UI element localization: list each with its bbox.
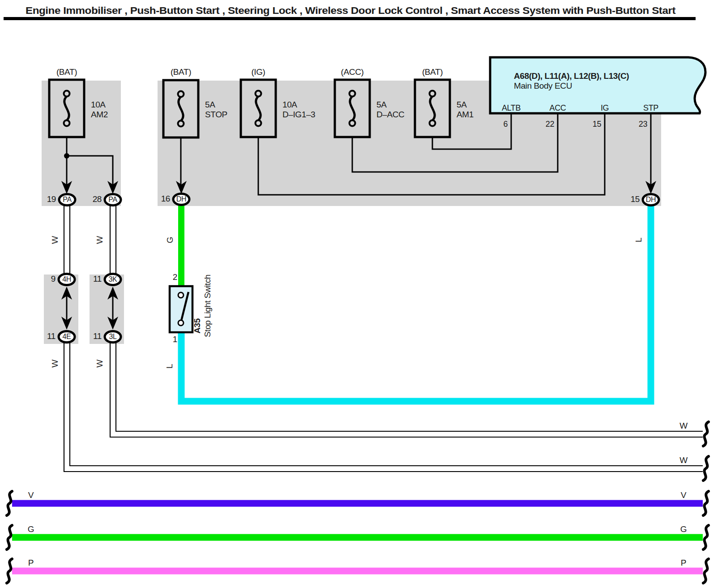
- connector-dh16-number: 16: [161, 194, 170, 203]
- connector-3l-code: 3L: [109, 333, 117, 340]
- fuse-dacc-source-label: (ACC): [341, 67, 364, 77]
- fuse-am1-source-label: (BAT): [422, 67, 443, 77]
- connector-dh15-number: 15: [631, 194, 640, 204]
- wire-label-w-upper-right: W: [679, 421, 688, 430]
- connector-ovals: [59, 194, 659, 343]
- break-symbol-g-left: [7, 525, 12, 549]
- connector-3k-number: 11: [93, 274, 102, 283]
- white-wire-pa28-3k: [110, 206, 116, 273]
- fuse-dacc-name: D–ACC: [376, 110, 404, 119]
- wire-label-w-4e: W: [50, 360, 60, 368]
- wire-label-w-pa28: W: [95, 236, 104, 244]
- connector-4h-number: 9: [51, 274, 56, 283]
- white-wire-4e-right: [64, 343, 703, 472]
- ecu-pin-altb-label: ALTB: [502, 103, 521, 112]
- page-title: Engine Immobiliser , Push-Button Start ,…: [26, 5, 676, 16]
- fuse-dig13-name: D–IG1–3: [282, 110, 315, 119]
- connector-pa19-number: 19: [47, 194, 56, 204]
- switch-pin-bottom-number: 1: [173, 335, 177, 344]
- bus-p-label-right: P: [681, 558, 686, 567]
- white-wire-3l-right: [110, 343, 703, 437]
- fuse-dig13-source-label: (IG): [251, 67, 265, 77]
- break-symbol-v-right: [703, 491, 709, 515]
- connector-pa19-code: PA: [63, 196, 72, 203]
- ecu-code-label: A68(D), L11(A), L12(B), L13(C): [514, 71, 629, 81]
- wire-label-w-3l: W: [95, 360, 104, 368]
- break-symbol-v-left: [7, 491, 12, 515]
- bus-g-label-left: G: [28, 524, 34, 534]
- bus-v-label-left: V: [28, 490, 34, 500]
- fuse-am1-name: AM1: [457, 110, 474, 119]
- wire-label-w-pa19: W: [50, 236, 60, 244]
- bus-p-label-left: P: [28, 558, 34, 567]
- wire-label-w-lower-right: W: [679, 455, 688, 465]
- ecu-pin-altb-number: 6: [503, 120, 508, 129]
- cyan-wire-switch-to-dh15: [181, 206, 651, 401]
- wiring-diagram-canvas: Engine Immobiliser , Push-Button Start ,…: [0, 0, 722, 588]
- white-wires: [64, 206, 703, 472]
- break-symbol-w-lower: [703, 456, 709, 481]
- ecu-pin-stp-label: STP: [643, 103, 658, 112]
- fuse-dig13-rating: 10A: [282, 100, 297, 109]
- switch-pin-top-number: 2: [173, 272, 177, 282]
- title-underline: [4, 17, 696, 20]
- ecu-pin-acc-number: 22: [546, 120, 555, 129]
- ecu-pin-ig-label: IG: [601, 103, 609, 112]
- wiring-diagram-page: Engine Immobiliser , Push-Button Start ,…: [0, 0, 722, 588]
- fuse-am1-rating: 5A: [457, 100, 467, 109]
- fuse-stop-name: STOP: [205, 110, 227, 119]
- switch-name-label: Stop Light Switch: [203, 275, 212, 337]
- connector-dh16-code: DH: [176, 195, 186, 203]
- connector-4e-number: 11: [47, 331, 56, 341]
- fuse-am2-source-label: (BAT): [56, 67, 77, 77]
- wire-label-g-switch: G: [165, 237, 175, 243]
- break-symbol-p-left: [7, 559, 12, 583]
- wire-label-l-dh15: L: [634, 238, 643, 242]
- switch-code-label: A35: [192, 318, 202, 333]
- fuse-am2-name: AM2: [91, 110, 108, 119]
- fuse-stop-source-label: (BAT): [171, 67, 191, 77]
- connector-4e-code: 4E: [63, 333, 71, 340]
- break-symbol-p-right: [703, 559, 709, 583]
- connector-pa28-code: PA: [108, 196, 117, 203]
- break-symbol-g-right: [703, 525, 709, 549]
- fuse-dacc-rating: 5A: [376, 100, 387, 109]
- wire-label-l-switch: L: [165, 364, 174, 369]
- fuse-stop-rating: 5A: [205, 100, 215, 109]
- connector-4h-code: 4H: [62, 275, 71, 283]
- switch-contact-bottom: [178, 320, 184, 326]
- break-symbol-w-upper: [703, 422, 709, 446]
- connector-pa28-number: 28: [93, 194, 102, 204]
- connector-3k-code: 3K: [109, 275, 117, 283]
- bus-g-label-right: G: [680, 524, 687, 534]
- junction-dot: [64, 153, 69, 159]
- ecu-name-label: Main Body ECU: [514, 81, 572, 90]
- connector-3l-number: 11: [93, 331, 102, 341]
- panel-fuse-am2: [42, 81, 121, 206]
- ecu-pin-ig-number: 15: [593, 120, 602, 129]
- ecu-pin-acc-label: ACC: [550, 103, 566, 112]
- switch-contact-top: [178, 292, 184, 298]
- bus-v-label-right: V: [681, 490, 687, 500]
- fuse-am2-rating: 10A: [91, 100, 106, 109]
- connector-dh15-code: DH: [646, 196, 656, 203]
- white-wire-pa19-4h: [64, 206, 70, 273]
- ecu-pin-stp-number: 23: [639, 120, 648, 129]
